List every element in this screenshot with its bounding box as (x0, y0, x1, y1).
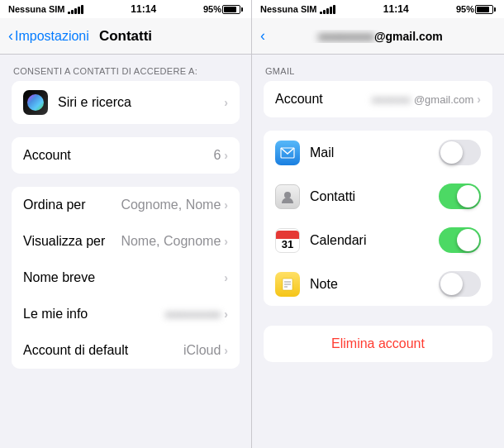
calendari-toggle-knob (457, 229, 479, 251)
back-label-left: Impostazioni (15, 29, 89, 44)
calendari-item: 31 Calendari (264, 218, 492, 262)
mail-icon-svg (280, 147, 295, 159)
contacts-icon-svg (280, 189, 295, 204)
mail-toggle[interactable] (439, 140, 481, 165)
ordina-label: Ordina per (23, 198, 121, 212)
account-chevron: › (224, 149, 228, 162)
mail-label: Mail (310, 145, 439, 160)
back-button-left[interactable]: ‹ Impostazioni (8, 29, 89, 44)
battery-left: 95% (203, 4, 243, 14)
mail-item: Mail (264, 131, 492, 174)
battery-right: 95% (456, 4, 496, 14)
account-value: 6 (213, 148, 221, 163)
gmail-toggles-group: Mail Contatti 31 Calendar (264, 131, 492, 306)
delete-account-button[interactable]: Elimina account (264, 326, 492, 362)
note-toggle[interactable] (439, 271, 481, 297)
gmail-account-chevron: › (477, 93, 481, 106)
note-label: Note (310, 277, 439, 292)
visualizza-chevron: › (224, 235, 228, 248)
visualizza-value: Nome, Cognome (121, 234, 221, 249)
status-left: Nessuna SIM (8, 4, 83, 14)
right-panel: Nessuna SIM 11:14 95% ‹ ● (252, 0, 504, 448)
siri-circle (27, 94, 44, 111)
nome-breve-chevron: › (224, 271, 228, 284)
contatti-item: Contatti (264, 174, 492, 218)
siri-icon (23, 90, 48, 115)
email-blurred: ●●●●●●●● (318, 30, 374, 43)
mie-info-label: Le mie info (23, 307, 165, 322)
visualizza-label: Visualizza per (23, 234, 121, 249)
gmail-account-label: Account (275, 92, 372, 107)
gmail-account-item[interactable]: Account ●●●●●● @gmail.com › (264, 81, 492, 117)
carrier-left: Nessuna SIM (8, 4, 64, 14)
gmail-account-value: ●●●●●● (372, 93, 411, 106)
nav-bar-left: ‹ Impostazioni Contatti (0, 18, 251, 55)
section-label-contacts: CONSENTI A CONTATTI DI ACCEDERE A: (0, 55, 251, 81)
time-right: 11:14 (383, 3, 409, 15)
contatti-toggle-knob (457, 185, 479, 207)
status-right-left: 95% (203, 4, 243, 14)
ordina-chevron: › (224, 198, 228, 212)
mail-icon (275, 141, 300, 165)
ordina-value: Cognome, Nome (121, 198, 221, 212)
account-default-label: Account di default (23, 343, 183, 358)
back-chevron-left: ‹ (8, 28, 13, 43)
email-domain: @gmail.com (374, 30, 443, 43)
note-item: Note (264, 262, 492, 306)
status-right-right: 95% (456, 4, 496, 14)
gmail-account-group: Account ●●●●●● @gmail.com › (264, 81, 492, 117)
contacts-icon (275, 184, 300, 209)
mie-info-value: ●●●●●●●● (165, 307, 221, 321)
contatti-label: Contatti (310, 189, 439, 204)
calendari-label: Calendari (310, 233, 439, 248)
gmail-section-label: GMAIL (252, 55, 504, 81)
status-bar-right: Nessuna SIM 11:14 95% (252, 0, 504, 18)
notes-icon (275, 272, 300, 297)
calendari-toggle[interactable] (439, 227, 481, 253)
calendar-icon: 31 (275, 228, 300, 253)
time-left: 11:14 (131, 3, 156, 15)
signal-bars-right (320, 5, 335, 14)
nome-breve-label: Nome breve (23, 270, 224, 285)
account-default-value: iCloud (183, 343, 221, 358)
signal-bars-left (68, 5, 83, 14)
nome-breve-item[interactable]: Nome breve › (12, 260, 240, 296)
carrier-right: Nessuna SIM (260, 4, 316, 14)
siri-label: Siri e ricerca (58, 95, 224, 110)
battery-pct-left: 95% (203, 4, 221, 14)
account-group: Account 6 › (12, 137, 240, 174)
mie-info-chevron: › (224, 307, 228, 321)
account-label: Account (23, 148, 213, 163)
account-default-item[interactable]: Account di default iCloud › (12, 332, 240, 369)
status-bar-left: Nessuna SIM 11:14 95% (0, 0, 251, 18)
email-header: ●●●●●●●●@gmail.com (265, 30, 496, 43)
left-panel: Nessuna SIM 11:14 95% ‹ Impostazion (0, 0, 252, 448)
notes-icon-svg (281, 278, 294, 291)
account-default-chevron: › (224, 344, 228, 357)
settings-group: Ordina per Cognome, Nome › Visualizza pe… (12, 187, 240, 369)
account-item[interactable]: Account 6 › (12, 137, 240, 174)
mail-toggle-knob (440, 141, 463, 164)
page-title-left: Contatti (99, 28, 152, 45)
visualizza-item[interactable]: Visualizza per Nome, Cognome › (12, 223, 240, 260)
gmail-account-domain: @gmail.com (414, 93, 473, 106)
note-toggle-knob (440, 273, 463, 295)
cal-body: 31 (282, 239, 293, 250)
nav-bar-right: ‹ ●●●●●●●●@gmail.com (252, 18, 504, 55)
siri-item[interactable]: Siri e ricerca › (12, 81, 240, 124)
status-left-right: Nessuna SIM (260, 4, 335, 14)
ordina-item[interactable]: Ordina per Cognome, Nome › (12, 187, 240, 223)
battery-pct-right: 95% (456, 4, 474, 14)
delete-account-label: Elimina account (331, 336, 425, 351)
svg-point-2 (284, 192, 291, 198)
contatti-toggle[interactable] (439, 183, 481, 209)
mie-info-item[interactable]: Le mie info ●●●●●●●● › (12, 296, 240, 332)
siri-chevron: › (224, 96, 228, 109)
siri-group: Siri e ricerca › (12, 81, 240, 124)
